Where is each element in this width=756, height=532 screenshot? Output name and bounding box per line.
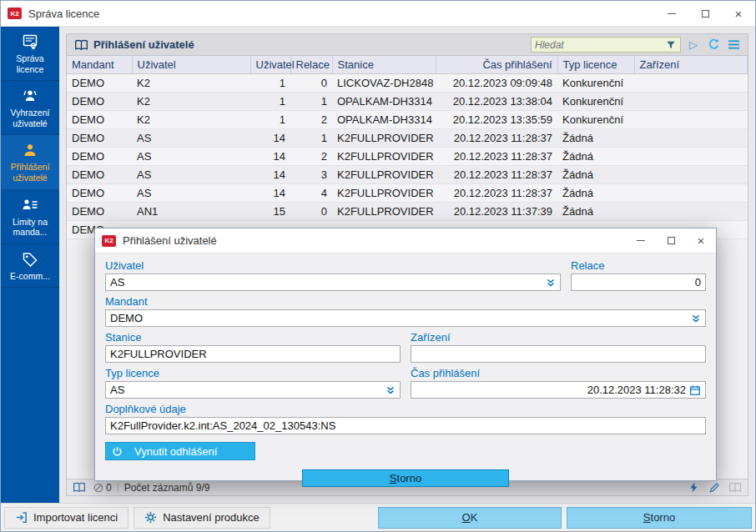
table-cell[interactable]: OPALKAM-DH3314 [332,110,436,128]
table-cell[interactable]: K2 [132,73,250,92]
zarizeni-input[interactable] [411,345,706,363]
column-header[interactable]: Uživatel [250,56,290,73]
table-cell[interactable]: 0 [290,202,332,220]
dialog-close-button[interactable]: × [686,228,716,253]
dialog-minimize-button[interactable] [626,228,656,253]
table-cell[interactable]: 1 [290,128,332,147]
table-cell[interactable]: Žádná [557,128,634,147]
table-cell[interactable]: AN1 [132,202,250,220]
column-header[interactable]: Zařízení [634,56,748,73]
table-row[interactable]: DEMOK211OPALKAM-DH331420.12.2023 13:38:0… [67,92,748,110]
table-cell[interactable]: 20.12.2023 13:38:04 [436,92,557,110]
table-cell[interactable]: K2FULLPROVIDER [332,147,436,165]
table-row[interactable]: DEMOK210LICKOVAZ-DH284820.12.2023 09:09:… [67,73,748,92]
table-cell[interactable]: Konkurenční [557,110,634,128]
dialog-storno-button[interactable]: Storno [302,469,509,487]
table-cell[interactable]: Konkurenční [557,92,634,110]
typ-licence-combo[interactable]: AS [105,381,401,399]
table-cell[interactable]: 20.12.2023 11:28:37 [436,183,557,202]
table-cell[interactable] [634,183,748,202]
table-cell[interactable] [634,165,748,183]
table-cell[interactable]: 4 [290,183,332,202]
table-cell[interactable]: 0 [290,73,332,92]
table-row[interactable]: DEMOAS142K2FULLPROVIDER20.12.2023 11:28:… [67,147,748,165]
table-cell[interactable]: 15 [250,202,290,220]
table-cell[interactable]: DEMO [67,73,132,92]
table-cell[interactable]: AS [132,128,250,147]
table-cell[interactable] [634,202,748,220]
sidebar-item-limity-na-mandanta[interactable]: Limity na manda... [1,190,59,244]
sidebar-item-prihlaseni-uzivatele[interactable]: Přihlášení uživatelé [1,135,59,189]
table-cell[interactable]: 20.12.2023 11:28:37 [436,147,557,165]
table-cell[interactable]: K2FULLPROVIDER [332,202,436,220]
table-cell[interactable]: 1 [250,92,290,110]
column-header[interactable]: Čas přihlášení [436,56,557,73]
menu-icon[interactable] [726,38,741,53]
dropdown-icon[interactable] [386,385,396,395]
table-cell[interactable]: K2 [132,92,250,110]
sidebar-item-vyhrazeni-uzivatele[interactable]: Vyhrazení uživatelé [1,81,59,135]
table-cell[interactable] [634,128,748,147]
close-button[interactable]: × [722,1,755,26]
search-input[interactable] [535,39,665,51]
minimize-button[interactable] [655,1,688,26]
stanice-input[interactable] [105,345,401,363]
table-row[interactable]: DEMOK212OPALKAM-DH331420.12.2023 13:35:5… [67,110,748,128]
table-cell[interactable]: 20.12.2023 09:09:48 [436,73,557,92]
table-cell[interactable]: 20.12.2023 13:35:59 [436,110,557,128]
table-cell[interactable]: 1 [250,110,290,128]
table-cell[interactable]: DEMO [67,165,132,183]
doplnkove-udaje-input[interactable] [105,417,706,434]
column-header[interactable]: Mandant [67,56,132,73]
table-cell[interactable]: DEMO [67,183,132,202]
import-license-button[interactable]: Importovat licenci [4,507,129,529]
table-cell[interactable]: 20.12.2023 11:37:39 [436,202,557,220]
table-cell[interactable]: 14 [250,147,290,165]
maximize-button[interactable] [688,1,722,26]
table-cell[interactable]: 1 [250,73,290,92]
calendar-icon[interactable] [689,384,701,396]
column-header[interactable]: Uživatel [132,56,250,73]
table-cell[interactable]: LICKOVAZ-DH2848 [332,73,436,92]
ok-button[interactable]: OK [378,507,562,529]
table-cell[interactable]: DEMO [67,110,132,128]
refresh-icon[interactable] [706,38,721,53]
table-cell[interactable]: AS [132,165,250,183]
filter-icon[interactable] [665,38,677,53]
column-header[interactable]: Stanice [332,56,436,73]
table-cell[interactable]: OPALKAM-DH3314 [332,92,436,110]
table-cell[interactable]: Žádná [557,202,634,220]
run-filter-icon[interactable]: ▷ [686,38,701,53]
table-cell[interactable]: 14 [250,183,290,202]
table-row[interactable]: DEMOAS143K2FULLPROVIDER20.12.2023 11:28:… [67,165,748,183]
table-cell[interactable] [634,92,748,110]
force-logout-button[interactable]: Vynutit odhlášení [105,442,255,460]
table-cell[interactable]: 3 [290,165,332,183]
table-cell[interactable]: DEMO [67,147,132,165]
production-settings-button[interactable]: Nastavení produkce [134,507,270,529]
dropdown-icon[interactable] [546,278,556,288]
table-cell[interactable]: 14 [250,128,290,147]
table-cell[interactable]: AS [132,147,250,165]
sidebar-item-ecommerce[interactable]: E-comm... [1,244,59,289]
book-icon[interactable] [72,480,87,495]
table-row[interactable]: DEMOAS144K2FULLPROVIDER20.12.2023 11:28:… [67,183,748,202]
table-cell[interactable]: 20.12.2023 11:28:37 [436,165,557,183]
storno-button[interactable]: Storno [567,507,752,529]
table-cell[interactable]: 2 [290,110,332,128]
table-cell[interactable]: 14 [250,165,290,183]
table-cell[interactable]: 1 [290,92,332,110]
column-header[interactable]: Typ licence [557,56,634,73]
uzivatel-combo[interactable]: AS [105,274,561,291]
mandant-combo[interactable]: DEMO [105,309,706,327]
table-cell[interactable] [634,147,748,165]
table-row[interactable]: DEMOAS141K2FULLPROVIDER20.12.2023 11:28:… [67,128,748,147]
sidebar-item-sprava-licence[interactable]: Správa licence [1,27,59,81]
table-cell[interactable]: 2 [290,147,332,165]
table-cell[interactable]: Konkurenční [557,73,634,92]
table-cell[interactable]: K2 [132,110,250,128]
table-cell[interactable]: DEMO [67,92,132,110]
table-cell[interactable]: K2FULLPROVIDER [332,165,436,183]
table-cell[interactable]: DEMO [67,128,132,147]
dropdown-icon[interactable] [691,314,701,324]
